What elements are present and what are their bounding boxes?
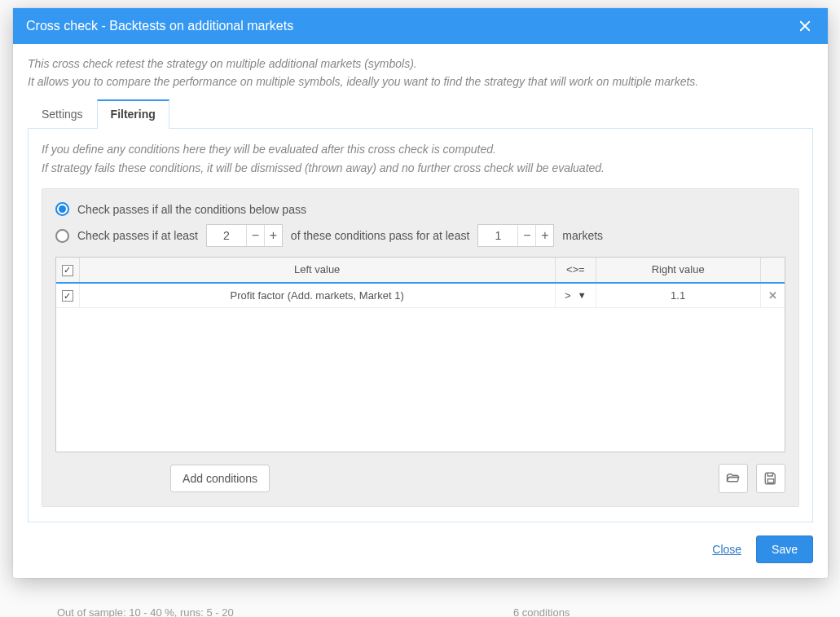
crosscheck-modal: Cross check - Backtests on additional ma… (13, 8, 828, 578)
close-icon[interactable] (795, 16, 815, 36)
conditions-count-increment[interactable]: + (264, 225, 282, 246)
col-header-delete (760, 258, 785, 283)
row-right-value[interactable]: 1.1 (596, 283, 760, 308)
row-operator[interactable]: > (565, 289, 571, 302)
markets-count-decrement[interactable]: − (517, 225, 535, 246)
svg-rect-2 (767, 479, 774, 483)
modal-body: This cross check retest the strategy on … (13, 44, 828, 524)
folder-open-icon (726, 471, 741, 486)
col-header-toggle[interactable] (56, 258, 79, 283)
conditions-table-wrap: Left value <>= Right value Profit factor… (55, 257, 785, 452)
modal-header: Cross check - Backtests on additional ma… (13, 8, 828, 44)
tab-content-filtering: If you define any conditions here they w… (28, 128, 813, 522)
modal-footer: Close Save (13, 524, 828, 578)
save-icon (763, 471, 778, 486)
desc-line-2: It allows you to compare the performance… (28, 73, 813, 91)
bg-text-left: Out of sample: 10 - 40 %, runs: 5 - 20 (57, 606, 234, 617)
col-header-right: Right value (596, 258, 760, 283)
radio-atleast-suffix: markets (562, 229, 603, 242)
delete-row-icon[interactable]: ✕ (768, 289, 777, 302)
panel-footer: Add conditions (55, 464, 785, 493)
markets-count-input[interactable] (478, 225, 517, 246)
close-button[interactable]: Close (712, 543, 741, 556)
add-conditions-button[interactable]: Add conditions (170, 465, 270, 492)
radio-atleast-row[interactable]: Check passes if at least − + of these co… (55, 224, 785, 247)
radio-atleast-prefix: Check passes if at least (77, 229, 198, 242)
conditions-count-decrement[interactable]: − (246, 225, 264, 246)
conditions-panel: Check passes if all the conditions below… (42, 188, 799, 507)
modal-description: This cross check retest the strategy on … (28, 55, 813, 90)
row-left-value[interactable]: Profit factor (Add. markets, Market 1) (79, 283, 555, 308)
conditions-count-stepper[interactable]: − + (206, 224, 283, 247)
radio-all-row[interactable]: Check passes if all the conditions below… (55, 202, 785, 216)
radio-all-label: Check passes if all the conditions below… (77, 203, 306, 216)
header-checkbox[interactable] (62, 265, 73, 276)
filtering-description: If you define any conditions here they w… (42, 140, 799, 177)
markets-count-increment[interactable]: + (535, 225, 553, 246)
row-checkbox[interactable] (62, 290, 73, 302)
conditions-count-input[interactable] (207, 225, 246, 246)
conditions-table: Left value <>= Right value Profit factor… (56, 258, 785, 308)
filt-desc-line-2: If strategy fails these conditions, it w… (42, 159, 799, 177)
bg-text-right: 6 conditions (513, 606, 570, 617)
markets-count-stepper[interactable]: − + (477, 224, 554, 247)
app-backdrop: Out of sample: 10 - 40 %, runs: 5 - 20 6… (0, 0, 840, 617)
save-preset-button[interactable] (756, 464, 785, 493)
tab-bar: Settings Filtering (28, 99, 813, 128)
tab-settings[interactable]: Settings (28, 100, 97, 129)
col-header-left: Left value (79, 258, 555, 283)
open-folder-button[interactable] (719, 464, 748, 493)
filt-desc-line-1: If you define any conditions here they w… (42, 140, 799, 158)
chevron-down-icon[interactable]: ▼ (578, 290, 587, 300)
radio-atleast[interactable] (55, 229, 69, 243)
col-header-op: <>= (555, 258, 596, 283)
save-button[interactable]: Save (756, 535, 813, 563)
modal-title: Cross check - Backtests on additional ma… (26, 19, 293, 33)
radio-all[interactable] (55, 202, 69, 216)
radio-atleast-mid: of these conditions pass for at least (291, 229, 469, 242)
desc-line-1: This cross check retest the strategy on … (28, 55, 813, 73)
tab-filtering[interactable]: Filtering (97, 99, 169, 129)
table-row[interactable]: Profit factor (Add. markets, Market 1) >… (56, 283, 785, 308)
